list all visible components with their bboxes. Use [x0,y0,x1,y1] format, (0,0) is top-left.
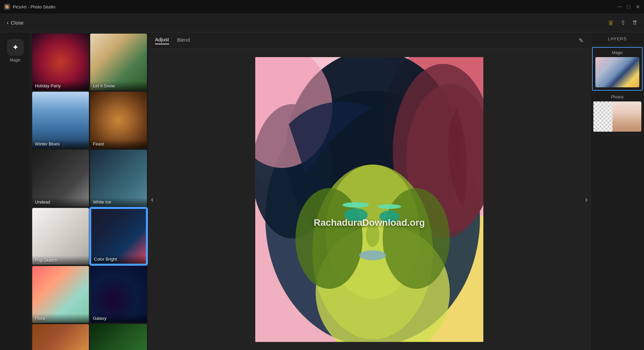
svg-point-19 [359,250,386,260]
artwork-svg [255,57,483,342]
window-close-button[interactable]: ✕ [636,4,640,10]
effect-thumb-color-bright: Color Bright [90,208,147,265]
effect-thumb-holiday-party: Holiday Party [32,34,89,90]
magic-icon: ✦ [7,39,24,56]
magic-sidebar: ✦ Magic [0,32,31,350]
effect-label-winter-blues: Winter Blues [32,139,89,148]
effect-item-color-bright[interactable]: Color Bright [90,208,147,265]
effect-item-flora[interactable]: Flora [32,266,89,323]
top-bar-actions: ♕ ⇧ ⇈ [608,19,637,27]
effect-thumb-winter-blues: Winter Blues [32,92,89,148]
layers-header: LAYERS [591,32,644,46]
canvas-container: ‹ [148,49,590,350]
effect-item-let-it-snow[interactable]: Let It Snow [90,34,147,90]
canvas-toolbar: Adjust Blend ✎ [148,32,590,49]
effect-label-let-it-snow: Let It Snow [90,81,147,90]
effect-thumb-forest: Forest [90,324,147,350]
top-bar: ‹ Close ♕ ⇧ ⇈ [0,13,644,32]
layer-magic[interactable]: Magic [592,47,643,91]
magic-tool-button[interactable]: ✦ Magic [7,39,24,62]
effect-item-pop-sketch[interactable]: Pop Sketch [32,208,89,265]
eraser-icon[interactable]: ✎ [579,37,584,44]
effect-label-feast: Feast [90,139,147,148]
scroll-right-arrow[interactable]: › [585,195,588,204]
layer-photos[interactable]: Photos [591,92,644,135]
effect-item-white-ice[interactable]: White Ice [90,150,147,207]
share-icon[interactable]: ⇈ [632,19,637,27]
app-icon: 🎨 [4,4,10,10]
effect-item-winter-blues[interactable]: Winter Blues [32,92,89,148]
minimize-button[interactable]: ─ [618,4,622,10]
crown-icon[interactable]: ♕ [608,19,614,27]
effect-label-white-ice: White Ice [90,198,147,207]
upload-icon[interactable]: ⇧ [621,19,626,27]
effect-item-forest[interactable]: Forest [90,324,147,350]
effects-grid: Holiday PartyLet It SnowWinter BluesFeas… [31,32,148,350]
app-title: PicsArt - Photo Studio [13,4,55,9]
effect-label-color-bright: Color Bright [91,255,146,264]
effect-item-feast[interactable]: Feast [90,92,147,148]
artwork-canvas: RachaduraDownload.org [255,57,483,342]
layer-magic-thumbnail [595,57,639,87]
effect-item-galaxy[interactable]: Galaxy [90,266,147,323]
layers-panel: LAYERS Magic Photos [590,32,644,350]
magic-label: Magic [10,58,20,62]
layer-photos-thumbnail [593,101,641,132]
effect-thumb-feast: Feast [90,92,147,148]
effect-label-galaxy: Galaxy [90,314,147,323]
effect-thumb-undead: Undead [32,150,89,207]
title-bar: 🎨 PicsArt - Photo Studio ─ □ ✕ [0,0,644,13]
effect-label-pop-sketch: Pop Sketch [32,256,89,265]
window-controls[interactable]: ─ □ ✕ [618,4,640,10]
effect-item-undead[interactable]: Undead [32,150,89,207]
svg-point-17 [378,204,401,209]
close-button[interactable]: ‹ Close [7,19,23,26]
effect-item-portrait[interactable]: Portrait [32,324,89,350]
effect-label-holiday-party: Holiday Party [32,81,89,90]
effect-thumb-portrait: Portrait [32,324,89,350]
layer-magic-label: Magic [595,50,639,55]
effect-label-flora: Flora [32,314,89,323]
main-content: ✦ Magic Holiday PartyLet It SnowWinter B… [0,32,644,350]
canvas-area: Adjust Blend ✎ ‹ [148,32,590,350]
effect-thumb-pop-sketch: Pop Sketch [32,208,89,265]
effect-thumb-flora: Flora [32,266,89,323]
layer-photos-label: Photos [593,95,641,99]
svg-point-13 [383,188,450,289]
effect-thumb-let-it-snow: Let It Snow [90,34,147,90]
effect-label-undead: Undead [32,198,89,207]
effect-item-holiday-party[interactable]: Holiday Party [32,34,89,90]
tab-adjust[interactable]: Adjust [155,37,169,44]
back-arrow-icon: ‹ [7,19,9,26]
effect-thumb-galaxy: Galaxy [90,266,147,323]
effects-panel: Holiday PartyLet It SnowWinter BluesFeas… [31,32,148,350]
tab-blend[interactable]: Blend [177,37,190,44]
maximize-button[interactable]: □ [627,4,630,10]
close-label: Close [11,20,23,26]
watermark: RachaduraDownload.org [314,217,425,228]
svg-point-16 [342,202,369,208]
effect-thumb-white-ice: White Ice [90,150,147,207]
scroll-left-arrow[interactable]: ‹ [151,195,154,204]
